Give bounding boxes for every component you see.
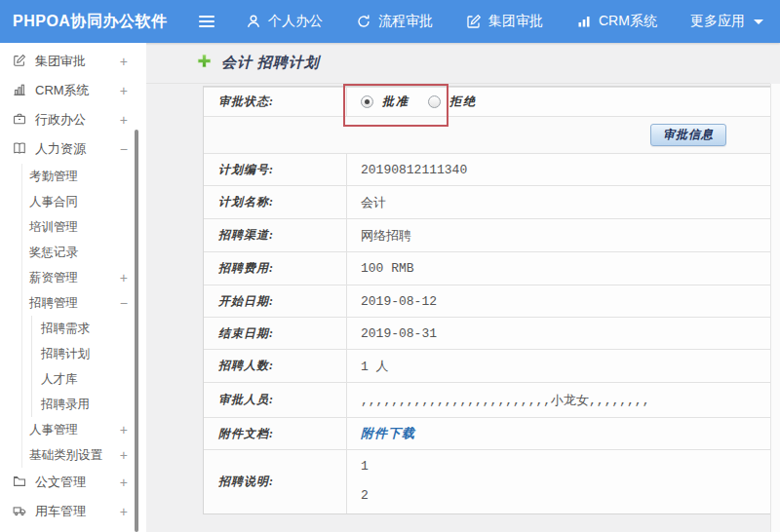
nav-personal-office[interactable]: 个人办公 bbox=[246, 13, 323, 30]
add-icon bbox=[197, 54, 212, 72]
edit-icon bbox=[13, 54, 26, 70]
field-value: 附件下载 bbox=[347, 418, 770, 449]
field-value: 2019-08-12 bbox=[347, 285, 770, 317]
expand-icon[interactable]: + bbox=[120, 112, 128, 128]
nav-label: 集团审批 bbox=[488, 13, 543, 30]
row-attachment: 附件文档: 附件下载 bbox=[204, 417, 770, 449]
sidebar-item-base-category[interactable]: 基础类别设置 + bbox=[22, 442, 146, 468]
field-value: 会计 bbox=[347, 186, 770, 218]
row-headcount: 招聘人数: 1 人 bbox=[204, 349, 770, 382]
sidebar-label: CRM系统 bbox=[35, 82, 90, 99]
field-label: 附件文档: bbox=[204, 418, 347, 449]
sidebar-item-salary[interactable]: 薪资管理 + bbox=[22, 265, 146, 290]
sidebar-label: 薪资管理 bbox=[29, 270, 78, 286]
radio-approve[interactable] bbox=[361, 95, 373, 108]
nav-label: 流程审批 bbox=[378, 13, 433, 30]
field-label: 审批状态: bbox=[204, 88, 347, 116]
nav-group-approval[interactable]: 集团审批 bbox=[466, 13, 543, 30]
caret-down-icon bbox=[754, 19, 763, 24]
expand-icon[interactable]: + bbox=[120, 270, 128, 285]
radio-reject-label: 拒绝 bbox=[449, 94, 477, 110]
nav-label: 更多应用 bbox=[690, 13, 745, 30]
sidebar-item-personnel[interactable]: 人事管理 + bbox=[22, 417, 146, 442]
sidebar-item-recruit-demand[interactable]: 招聘需求 bbox=[32, 316, 146, 341]
field-label: 计划名称: bbox=[204, 186, 347, 218]
sidebar-label: 招聘管理 bbox=[29, 295, 78, 312]
sidebar-item-group-approval[interactable]: 集团审批 + bbox=[0, 47, 146, 76]
sidebar-item-attendance[interactable]: 考勤管理 bbox=[22, 164, 146, 189]
sidebar-item-training[interactable]: 培训管理 bbox=[22, 214, 146, 240]
sidebar-item-rewards[interactable]: 奖惩记录 bbox=[22, 240, 146, 265]
expand-icon[interactable]: + bbox=[120, 83, 128, 98]
recruit-submenu: 招聘需求 招聘计划 人才库 招聘录用 bbox=[31, 316, 146, 417]
radio-reject[interactable] bbox=[428, 95, 441, 108]
page-scrollbar-track[interactable] bbox=[770, 84, 780, 532]
book-icon bbox=[13, 141, 26, 158]
row-approval-status: 审批状态: 批准 拒绝 bbox=[204, 87, 770, 116]
sidebar-label: 招聘需求 bbox=[41, 321, 90, 337]
user-icon bbox=[246, 14, 261, 29]
edit-icon bbox=[466, 14, 482, 29]
nav-crm-system[interactable]: CRM系统 bbox=[576, 13, 657, 30]
row-plan-number: 计划编号: 20190812111340 bbox=[204, 153, 770, 185]
row-start-date: 开始日期: 2019-08-12 bbox=[204, 285, 770, 317]
row-approvers: 审批人员: ,,,,,,,,,,,,,,,,,,,,,,,,,小龙女,,,,,,… bbox=[204, 382, 770, 417]
expand-icon[interactable]: + bbox=[120, 475, 128, 490]
row-recruit-channel: 招聘渠道: 网络招聘 bbox=[204, 218, 770, 251]
sidebar-label: 人力资源 bbox=[35, 140, 86, 158]
row-end-date: 结束日期: 2019-08-31 bbox=[204, 317, 770, 349]
menu-toggle-icon[interactable] bbox=[199, 16, 214, 27]
sidebar-item-talent-pool[interactable]: 人才库 bbox=[32, 366, 146, 392]
expand-icon[interactable]: + bbox=[120, 54, 128, 69]
row-recruit-description: 招聘说明: 1 2 bbox=[204, 449, 770, 513]
approval-radio-group: 批准 拒绝 bbox=[361, 94, 487, 110]
sidebar-item-crm[interactable]: CRM系统 + bbox=[0, 76, 146, 105]
description-line: 1 bbox=[361, 459, 369, 474]
nav-more-apps[interactable]: 更多应用 bbox=[690, 13, 763, 30]
detail-panel: 审批状态: 批准 拒绝 审批信息 计划编号: 20190812111340 bbox=[203, 86, 771, 514]
row-approve-button: 审批信息 bbox=[204, 116, 770, 153]
field-label: 开始日期: bbox=[204, 285, 347, 317]
sidebar-label: 招聘录用 bbox=[41, 397, 90, 413]
nav-workflow-approval[interactable]: 流程审批 bbox=[356, 13, 433, 30]
field-value: ,,,,,,,,,,,,,,,,,,,,,,,,,小龙女,,,,,,,, bbox=[347, 383, 770, 417]
sidebar-label: 招聘计划 bbox=[41, 346, 90, 362]
nav-label: 个人办公 bbox=[268, 13, 323, 30]
sidebar-item-hr[interactable]: 人力资源 − bbox=[0, 134, 146, 164]
expand-icon[interactable]: + bbox=[120, 422, 128, 437]
attachment-download-link[interactable]: 附件下载 bbox=[361, 425, 415, 442]
collapse-icon[interactable]: − bbox=[120, 295, 128, 311]
sidebar-label: 人事合同 bbox=[29, 194, 78, 210]
field-label: 招聘人数: bbox=[204, 350, 347, 382]
collapse-icon[interactable]: − bbox=[120, 141, 128, 157]
sidebar-item-vehicle[interactable]: 用车管理 + bbox=[0, 497, 146, 526]
field-label: 招聘说明: bbox=[204, 450, 347, 513]
sidebar-item-documents[interactable]: 公文管理 + bbox=[0, 468, 146, 497]
approve-info-button[interactable]: 审批信息 bbox=[650, 124, 726, 146]
sidebar-item-admin-office[interactable]: 行政办公 + bbox=[0, 105, 146, 134]
sidebar-scrollbar-thumb[interactable] bbox=[135, 130, 138, 532]
expand-icon[interactable]: + bbox=[120, 447, 128, 463]
row-recruit-cost: 招聘费用: 100 RMB bbox=[204, 251, 770, 285]
sidebar-item-recruit-hire[interactable]: 招聘录用 bbox=[32, 392, 146, 417]
field-value: 1 人 bbox=[347, 350, 770, 382]
sidebar: 集团审批 + CRM系统 + 行政办公 + 人力资源 bbox=[0, 43, 146, 532]
sidebar-label: 用车管理 bbox=[35, 503, 86, 520]
radio-approve-label: 批准 bbox=[382, 94, 410, 110]
sidebar-label: 集团审批 bbox=[35, 53, 86, 70]
cycle-icon bbox=[356, 14, 371, 29]
truck-icon bbox=[13, 504, 26, 520]
sidebar-label: 考勤管理 bbox=[29, 169, 78, 185]
sidebar-item-recruit-mgmt[interactable]: 招聘管理 − bbox=[22, 290, 146, 316]
field-value: 网络招聘 bbox=[347, 219, 770, 251]
field-value: 批准 拒绝 bbox=[347, 88, 770, 116]
sidebar-label: 奖惩记录 bbox=[29, 245, 78, 261]
expand-icon[interactable]: + bbox=[120, 504, 128, 519]
hr-submenu: 考勤管理 人事合同 培训管理 奖惩记录 薪资管理 + 招聘管理 − 招聘需求 招… bbox=[21, 164, 146, 468]
briefcase-icon bbox=[13, 112, 26, 129]
field-label: 招聘渠道: bbox=[204, 219, 347, 251]
field-value: 100 RMB bbox=[347, 252, 770, 285]
chart-icon bbox=[13, 83, 26, 99]
sidebar-item-hr-contract[interactable]: 人事合同 bbox=[22, 189, 146, 214]
sidebar-item-recruit-plan[interactable]: 招聘计划 bbox=[32, 341, 146, 366]
